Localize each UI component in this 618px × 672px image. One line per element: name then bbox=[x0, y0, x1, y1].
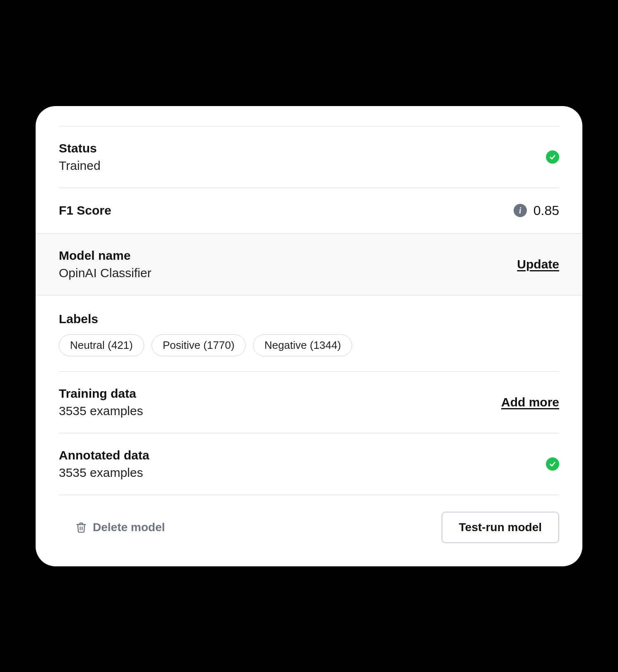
model-name-value: OpinAI Classifier bbox=[59, 266, 151, 280]
check-icon bbox=[546, 457, 559, 471]
f1-row: F1 Score i 0.85 bbox=[59, 188, 559, 233]
trash-icon bbox=[75, 522, 87, 533]
status-label: Status bbox=[59, 141, 101, 155]
labels-label: Labels bbox=[59, 312, 559, 326]
status-value: Trained bbox=[59, 159, 101, 173]
f1-label: F1 Score bbox=[59, 203, 111, 218]
label-chip[interactable]: Positive (1770) bbox=[152, 334, 246, 356]
training-label: Training data bbox=[59, 387, 143, 401]
labels-row: Labels Neutral (421) Positive (1770) Neg… bbox=[59, 295, 559, 371]
f1-value: 0.85 bbox=[534, 203, 559, 218]
model-name-row: Model name OpinAI Classifier Update bbox=[36, 233, 582, 295]
add-more-button[interactable]: Add more bbox=[501, 395, 559, 409]
training-value: 3535 examples bbox=[59, 404, 143, 418]
update-button[interactable]: Update bbox=[517, 257, 559, 271]
status-row: Status Trained bbox=[59, 126, 559, 188]
model-name-label: Model name bbox=[59, 249, 151, 263]
delete-model-button[interactable]: Delete model bbox=[59, 516, 168, 539]
label-chip[interactable]: Negative (1344) bbox=[253, 334, 352, 356]
test-run-button[interactable]: Test-run model bbox=[442, 512, 559, 543]
delete-model-label: Delete model bbox=[93, 521, 165, 534]
annotated-row: Annotated data 3535 examples bbox=[59, 433, 559, 495]
annotated-value: 3535 examples bbox=[59, 466, 149, 480]
annotated-label: Annotated data bbox=[59, 448, 149, 462]
training-row: Training data 3535 examples Add more bbox=[59, 371, 559, 433]
model-card: Status Trained F1 Score i 0.85 Model nam… bbox=[36, 106, 582, 566]
footer-actions: Delete model Test-run model bbox=[59, 495, 559, 543]
check-icon bbox=[546, 150, 559, 164]
labels-chips: Neutral (421) Positive (1770) Negative (… bbox=[59, 334, 559, 356]
label-chip[interactable]: Neutral (421) bbox=[59, 334, 144, 356]
info-icon[interactable]: i bbox=[514, 204, 527, 217]
